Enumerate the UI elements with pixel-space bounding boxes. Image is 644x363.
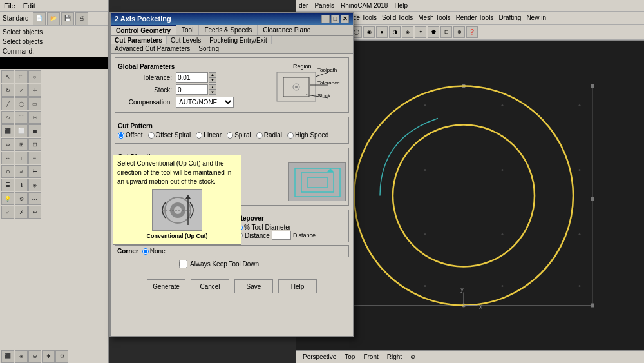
rhino-menu-help[interactable]: Help <box>394 2 408 9</box>
pattern-high-speed[interactable]: High Speed <box>287 132 328 139</box>
pattern-offset[interactable]: Offset <box>118 132 143 139</box>
tab-feeds-speeds[interactable]: Feeds & Speeds <box>199 25 258 35</box>
cancel-btn[interactable]: Cancel <box>191 279 229 293</box>
cross-icon[interactable]: ✗ <box>15 206 28 219</box>
check-icon[interactable]: ✓ <box>1 206 14 219</box>
fillet-icon[interactable]: ⌒ <box>15 111 28 124</box>
select-tool[interactable]: ⬚ <box>15 70 28 83</box>
generate-btn[interactable]: Generate <box>147 279 185 293</box>
cursor-tool[interactable]: ↖ <box>1 70 14 83</box>
render-icon[interactable]: ◈ <box>28 179 41 191</box>
tolerance-up[interactable]: ▲ <box>209 72 216 77</box>
minimize-btn[interactable]: ─ <box>321 15 330 23</box>
rhino-tool-14[interactable]: ❓ <box>466 26 478 38</box>
surface-icon[interactable]: ⬜ <box>15 124 28 137</box>
menu-edit[interactable]: Edit <box>23 2 35 10</box>
rhino-tool-7[interactable]: ● <box>376 26 388 38</box>
rhino-menu-der[interactable]: der <box>299 2 308 9</box>
rhino-tool-9[interactable]: ◈ <box>402 26 413 38</box>
stock-input[interactable] <box>176 84 208 95</box>
text-icon[interactable]: T <box>15 152 28 164</box>
new-icon[interactable]: 📄 <box>33 12 46 25</box>
viewport-tab-top[interactable]: Top <box>341 353 359 360</box>
sub-tab-advanced[interactable]: Advanced Cut Parameters <box>111 44 194 53</box>
snap-icon[interactable]: ⊕ <box>1 165 14 178</box>
compensation-select[interactable]: AUTO/NONE LEFT RIGHT NONE <box>176 97 234 108</box>
menu-file[interactable]: File <box>4 2 15 10</box>
sub-tab-sorting[interactable]: Sorting <box>194 44 223 53</box>
array-icon[interactable]: ⊞ <box>15 138 28 151</box>
sub-tab-pocketing-entry[interactable]: Pocketing Entry/Exit <box>205 36 271 44</box>
props-icon[interactable]: ℹ <box>15 179 28 191</box>
tab-clearance-plane[interactable]: Clearance Plane <box>258 25 316 35</box>
print-icon[interactable]: 🖨 <box>75 12 88 25</box>
sub-tab-cut-levels[interactable]: Cut Levels <box>167 36 205 44</box>
toolbar-drafting[interactable]: Drafting <box>498 14 521 21</box>
toolbar-render-tools[interactable]: Render Tools <box>456 14 494 21</box>
mirror-icon[interactable]: ⇔ <box>1 138 14 151</box>
bottom-icon-1[interactable]: ⬛ <box>1 350 14 363</box>
viewport-tab-right[interactable]: Right <box>383 353 406 360</box>
rect-icon[interactable]: ▭ <box>28 97 41 110</box>
stepover-dist-input[interactable] <box>272 231 291 240</box>
viewport-tab-add[interactable]: ⊕ <box>406 353 419 360</box>
toolbar-mesh-tools[interactable]: Mesh Tools <box>418 14 450 21</box>
solid-icon[interactable]: ◼ <box>28 124 41 137</box>
viewport-tab-perspective[interactable]: Perspective <box>299 353 340 360</box>
save-icon[interactable]: 💾 <box>61 12 74 25</box>
layer-icon[interactable]: ≣ <box>1 179 14 191</box>
stepover-dist[interactable]: Distance Distance <box>236 231 346 240</box>
stepover-pct[interactable]: % Tool Diameter <box>236 224 346 231</box>
bottom-icon-5[interactable]: ⚙ <box>55 350 68 363</box>
move-icon[interactable]: ✛ <box>28 84 41 97</box>
command-line[interactable] <box>0 57 108 69</box>
rhino-menu-panels[interactable]: Panels <box>314 2 334 9</box>
tolerance-down[interactable]: ▼ <box>209 77 216 83</box>
extrude-icon[interactable]: ⬛ <box>1 124 14 137</box>
light-icon[interactable]: 💡 <box>1 192 14 205</box>
ortho-icon[interactable]: ⊢ <box>28 165 41 178</box>
pattern-linear[interactable]: Linear <box>196 132 222 139</box>
tab-tool[interactable]: Tool <box>176 25 199 35</box>
stock-up[interactable]: ▲ <box>209 84 216 90</box>
toolbar-new-in[interactable]: New in <box>526 14 546 21</box>
grid-icon[interactable]: # <box>15 165 28 178</box>
sub-tab-cut-params[interactable]: Cut Parameters <box>111 36 167 44</box>
group-icon[interactable]: ⊡ <box>28 138 41 151</box>
pattern-offset-spiral[interactable]: Offset Spiral <box>148 132 191 139</box>
maximize-btn[interactable]: □ <box>331 15 339 23</box>
open-icon[interactable]: 📂 <box>47 12 60 25</box>
undo-icon[interactable]: ↩ <box>28 206 41 219</box>
rhino-tool-11[interactable]: ⬟ <box>428 26 439 38</box>
trim-icon[interactable]: ✂ <box>28 111 41 124</box>
circle-icon[interactable]: ◯ <box>15 97 28 110</box>
toolbar-solid-tools[interactable]: Solid Tools <box>382 14 413 21</box>
always-keep-tool-checkbox[interactable] <box>179 260 187 268</box>
viewport-tab-front[interactable]: Front <box>359 353 382 360</box>
bottom-icon-3[interactable]: ⊕ <box>28 350 41 363</box>
rhino-tool-6[interactable]: ◉ <box>363 26 375 38</box>
misc-icon[interactable]: ••• <box>28 192 41 205</box>
rotate-icon[interactable]: ↻ <box>1 84 14 97</box>
hatch-icon[interactable]: ≡ <box>28 152 41 164</box>
close-btn[interactable]: ✕ <box>341 15 349 23</box>
pattern-spiral[interactable]: Spiral <box>227 132 251 139</box>
scale-icon[interactable]: ⤢ <box>15 84 28 97</box>
bottom-icon-2[interactable]: ◈ <box>15 350 28 363</box>
pattern-radial[interactable]: Radial <box>256 132 282 139</box>
save-btn[interactable]: Save <box>234 279 273 293</box>
corner-none[interactable]: None <box>142 248 166 255</box>
rhino-tool-8[interactable]: ◑ <box>389 26 401 38</box>
bottom-icon-4[interactable]: ✱ <box>42 350 55 363</box>
stock-down[interactable]: ▼ <box>209 90 216 95</box>
curve-icon[interactable]: ∿ <box>1 111 14 124</box>
help-btn[interactable]: Help <box>278 279 317 293</box>
lasso-tool[interactable]: ○ <box>28 70 41 83</box>
tolerance-input[interactable] <box>176 72 208 83</box>
tab-control-geometry[interactable]: Control Geometry <box>111 25 176 35</box>
rhino-tool-13[interactable]: ⊕ <box>453 26 465 38</box>
line-icon[interactable]: ╱ <box>1 97 14 110</box>
dim-icon[interactable]: ↔ <box>1 152 14 164</box>
rhino-tool-12[interactable]: ⊟ <box>440 26 452 38</box>
cam-icon[interactable]: ⚙ <box>15 192 28 205</box>
